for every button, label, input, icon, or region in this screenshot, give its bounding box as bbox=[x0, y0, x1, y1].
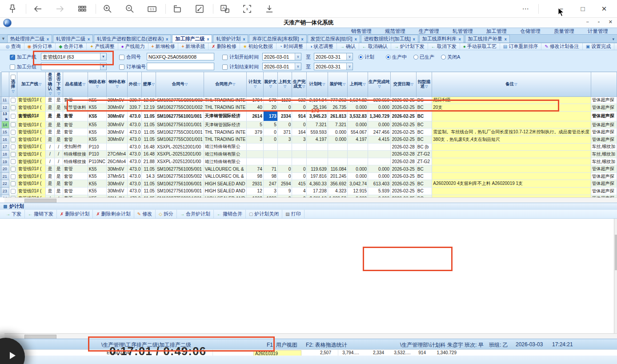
table-cell[interactable]: THL TRADING INTE bbox=[204, 128, 247, 136]
tab-pin-icon[interactable]: ▼ bbox=[1, 36, 5, 41]
table-cell[interactable]: 7.321 bbox=[307, 121, 328, 128]
menu-item[interactable]: 质量管理 bbox=[554, 28, 574, 35]
table-cell[interactable]: 套管线01# ( bbox=[17, 180, 46, 188]
column-header[interactable]: 合同号▽ bbox=[156, 72, 204, 97]
row-checkbox[interactable] bbox=[11, 189, 16, 194]
table-cell[interactable]: / bbox=[46, 151, 54, 158]
table-cell[interactable]: ZT-G2 bbox=[416, 158, 432, 165]
table-cell[interactable]: 变扣附件 bbox=[63, 143, 88, 151]
table-cell[interactable]: 379 bbox=[247, 128, 263, 136]
table-cell[interactable]: 3 bbox=[247, 136, 263, 143]
table-cell[interactable]: 71 bbox=[263, 165, 277, 173]
table-cell[interactable]: 3 bbox=[292, 136, 307, 143]
table-cell[interactable]: 0 bbox=[292, 172, 307, 180]
filter-funnel-icon[interactable]: ▽ bbox=[425, 84, 428, 88]
row-checkbox[interactable] bbox=[11, 122, 16, 127]
table-row[interactable]: 13▶套管线01#是是套管K5530Mn6V473.011.05SM106277… bbox=[0, 111, 617, 121]
end-from-date[interactable]: 2026-03-01∨ bbox=[262, 63, 301, 70]
row-number[interactable]: 19 bbox=[1, 158, 9, 165]
table-cell[interactable] bbox=[307, 143, 328, 151]
table-cell[interactable]: BC bbox=[416, 128, 432, 136]
table-cell[interactable]: K55 bbox=[88, 172, 106, 180]
tab-overflow-icon[interactable]: ▾ bbox=[612, 37, 617, 41]
table-cell[interactable]: 0 bbox=[277, 165, 292, 173]
table-cell[interactable]: 98 bbox=[263, 172, 277, 180]
table-cell[interactable]: 4.197 bbox=[307, 136, 328, 143]
menu-item[interactable]: 计量管理 bbox=[588, 28, 608, 35]
table-cell[interactable]: BC bbox=[416, 136, 432, 143]
toolbar-button[interactable]: ●产线能力 bbox=[118, 43, 148, 50]
table-cell[interactable]: 是 bbox=[46, 165, 54, 173]
table-cell[interactable] bbox=[307, 158, 328, 165]
table-cell[interactable]: 特殊螺纹接 bbox=[63, 151, 88, 158]
table-row[interactable]: 18套管线01# (//特殊螺纹接P11027CrMn4473.016.48XS… bbox=[0, 151, 617, 158]
table-cell[interactable]: 是 bbox=[46, 96, 54, 104]
tab[interactable]: 库存汇总报表[库权限]x bbox=[249, 35, 306, 43]
tab-close-icon[interactable]: x bbox=[459, 37, 461, 41]
table-cell[interactable]: 0 bbox=[263, 136, 277, 143]
row-number[interactable]: 17 bbox=[1, 143, 9, 151]
table-cell[interactable] bbox=[9, 151, 17, 158]
table-cell[interactable]: 7.321 bbox=[328, 121, 347, 128]
table-cell[interactable] bbox=[292, 143, 307, 151]
table-cell[interactable]: 管体超声探 bbox=[591, 165, 617, 173]
row-checkbox[interactable] bbox=[11, 137, 16, 142]
table-cell[interactable]: SM106277561006/001 bbox=[156, 180, 204, 188]
toolbar-button[interactable]: ▢炉计划关闭 bbox=[246, 210, 282, 218]
row-number[interactable]: 18 bbox=[1, 151, 9, 158]
row-checkbox[interactable] bbox=[11, 167, 16, 172]
table-cell[interactable]: 5.939 bbox=[368, 188, 391, 195]
table-cell[interactable]: / bbox=[54, 151, 63, 158]
table-cell[interactable] bbox=[328, 143, 347, 151]
table-cell[interactable]: 管体超声探 bbox=[591, 172, 617, 180]
group-filter-checkbox[interactable] bbox=[10, 64, 15, 70]
row-number[interactable]: 11 bbox=[1, 96, 9, 104]
table-cell[interactable]: 914 bbox=[292, 111, 307, 121]
table-cell[interactable]: XSXPL-202512001/00 bbox=[156, 143, 204, 151]
table-row[interactable]: 19套管线01# (//特殊螺纹接P110NC26CrMo4473.021.88… bbox=[0, 158, 617, 165]
table-cell[interactable]: THL TRADING INTE bbox=[204, 136, 247, 143]
table-cell[interactable]: 套管 bbox=[63, 136, 88, 143]
table-cell[interactable]: 2026-02-25 bbox=[390, 121, 416, 128]
table-cell[interactable]: 473.0 bbox=[128, 158, 142, 165]
table-cell[interactable]: 9 bbox=[277, 188, 292, 195]
tab-close-icon[interactable]: x bbox=[166, 37, 168, 41]
table-cell[interactable]: P110 bbox=[88, 143, 106, 151]
filter-funnel-icon[interactable]: ▽ bbox=[39, 82, 41, 86]
toolbar-button[interactable]: ▤订单重新排序 bbox=[500, 43, 541, 50]
table-cell[interactable]: P110 bbox=[88, 151, 106, 158]
table-cell[interactable]: 473.0 bbox=[128, 151, 142, 158]
tab[interactable]: 加工线排产补量x bbox=[465, 35, 510, 43]
table-cell[interactable]: 特殊螺纹接 bbox=[63, 158, 88, 165]
column-header[interactable]: 品名描述▽ bbox=[63, 72, 88, 97]
table-cell[interactable]: 是 bbox=[54, 136, 63, 143]
contract-filter-checkbox[interactable] bbox=[119, 55, 124, 60]
table-cell[interactable]: 473.0 bbox=[128, 143, 142, 151]
table-cell[interactable] bbox=[432, 172, 591, 180]
status-radio[interactable]: 关闭A bbox=[441, 54, 460, 60]
menu-item[interactable]: 仓储管理 bbox=[520, 28, 541, 35]
table-cell[interactable]: 98 bbox=[247, 172, 263, 180]
row-checkbox[interactable] bbox=[11, 114, 16, 119]
table-cell[interactable] bbox=[432, 121, 591, 128]
column-header[interactable]: 是否确认▽ bbox=[46, 72, 54, 97]
table-cell[interactable] bbox=[432, 151, 591, 158]
table-cell[interactable]: 164 bbox=[292, 128, 307, 136]
table-cell[interactable]: SM106277561005/002 bbox=[156, 172, 204, 180]
table-cell[interactable]: 2594 bbox=[277, 180, 292, 188]
table-cell[interactable]: P110NC bbox=[88, 158, 106, 165]
table-cell[interactable]: 2026-02-25 bbox=[390, 128, 416, 136]
table-cell[interactable]: 0 bbox=[292, 121, 307, 128]
end-to-date[interactable]: 2026-03-31∨ bbox=[314, 63, 353, 70]
table-cell[interactable]: / bbox=[54, 143, 63, 151]
table-row[interactable]: 22套管线01# (是是套管K5530Mn6V473.011.05SM10627… bbox=[0, 180, 617, 188]
table-cell[interactable]: 371 bbox=[277, 128, 292, 136]
table-cell[interactable]: 30Mn6V bbox=[106, 111, 127, 121]
table-cell[interactable]: 是 bbox=[54, 111, 63, 121]
table-cell[interactable]: 4.323 bbox=[328, 188, 347, 195]
table-cell[interactable]: BC (b bbox=[416, 143, 432, 151]
filter-funnel-icon[interactable]: ▽ bbox=[343, 82, 345, 86]
table-cell[interactable]: 套管线01# bbox=[17, 111, 46, 121]
table-cell[interactable] bbox=[9, 136, 17, 143]
table-cell[interactable]: 119.639 bbox=[307, 165, 328, 173]
